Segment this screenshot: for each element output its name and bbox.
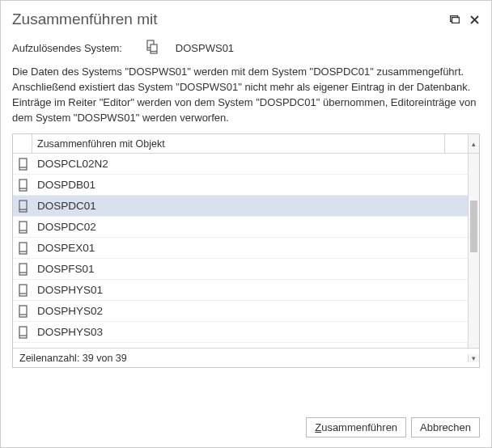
row-name: DOSPEX01 [32,242,445,254]
svg-rect-24 [19,327,27,338]
objects-table: Zusammenführen mit Objekt ▴ DOSPCL02N2DO… [12,133,480,368]
table-row[interactable]: DOSPHYS03 [13,322,468,343]
table-row[interactable]: DOSPCL02N2 [13,154,468,175]
table-row[interactable]: DOSPFS01 [13,259,468,280]
row-name: DOSPCL02N2 [32,158,445,170]
table-row[interactable]: DOSPHYS02 [13,301,468,322]
scrollbar-thumb[interactable] [470,201,477,252]
svg-rect-10 [19,180,27,191]
svg-rect-6 [151,44,157,53]
device-icon [13,158,32,171]
merge-dialog: Zusammenführen mit Aufzulösendes System: [0,0,492,448]
row-name: DOSPHYS03 [32,326,445,338]
table-footer: Zeilenanzahl: 39 von 39 ▾ [13,348,479,367]
col-icon[interactable] [13,134,32,153]
table-header: Zusammenführen mit Objekt ▴ [13,134,479,154]
device-icon [13,221,32,234]
device-icon [13,242,32,255]
close-icon[interactable] [469,14,480,25]
device-icon [13,179,32,192]
svg-rect-20 [19,285,27,296]
chevron-up-icon: ▴ [472,140,476,148]
table-row[interactable]: DOSPDB01 [13,175,468,196]
row-name: DOSPDC01 [32,200,445,212]
table-row[interactable]: DOSPEX01 [13,238,468,259]
svg-rect-22 [19,306,27,317]
table-row[interactable]: DOSPDC02 [13,217,468,238]
row-name: DOSPDC02 [32,221,445,233]
svg-rect-18 [19,264,27,275]
row-name: DOSPHYS01 [32,284,445,296]
table-row[interactable]: DOSPDC01 [13,196,468,217]
col-spacer [445,134,468,153]
resolving-value: DOSPWS01 [146,40,234,57]
device-icon [146,40,158,57]
svg-rect-12 [19,201,27,212]
device-icon [13,263,32,276]
device-icon [13,284,32,297]
table-row[interactable]: DOSPHYS01 [13,280,468,301]
scrollbar[interactable] [468,154,479,348]
description: Die Daten des Systems "DOSPWS01" werden … [12,65,480,125]
titlebar: Zusammenführen mit [12,11,480,28]
resolving-label: Aufzulösendes System: [12,42,122,54]
scroll-up-button[interactable]: ▴ [468,134,479,153]
svg-rect-1 [452,18,460,23]
row-name: DOSPFS01 [32,263,445,275]
svg-rect-8 [19,158,27,170]
merge-button[interactable]: Zusammenführen [306,417,406,437]
row-name: DOSPHYS02 [32,305,445,317]
row-name: DOSPDB01 [32,179,445,191]
chevron-down-icon: ▾ [472,354,476,362]
window-buttons [449,14,480,25]
dialog-title: Zusammenführen mit [12,11,158,28]
dialog-buttons: Zusammenführen Abbrechen [306,417,480,437]
table-body: DOSPCL02N2DOSPDB01DOSPDC01DOSPDC02DOSPEX… [13,154,479,348]
device-icon [13,305,32,318]
cancel-button[interactable]: Abbrechen [411,417,480,437]
col-name[interactable]: Zusammenführen mit Objekt [32,134,445,153]
scroll-down-button[interactable]: ▾ [468,354,479,362]
resolving-system-name: DOSPWS01 [176,42,234,54]
device-icon [13,200,32,213]
device-icon [13,326,32,339]
row-count: Zeilenanzahl: 39 von 39 [13,353,468,364]
maximize-icon[interactable] [449,14,460,25]
table-rows: DOSPCL02N2DOSPDB01DOSPDC01DOSPDC02DOSPEX… [13,154,468,348]
svg-rect-14 [19,222,27,233]
resolving-system: Aufzulösendes System: DOSPWS01 [12,40,480,57]
svg-rect-16 [19,243,27,254]
